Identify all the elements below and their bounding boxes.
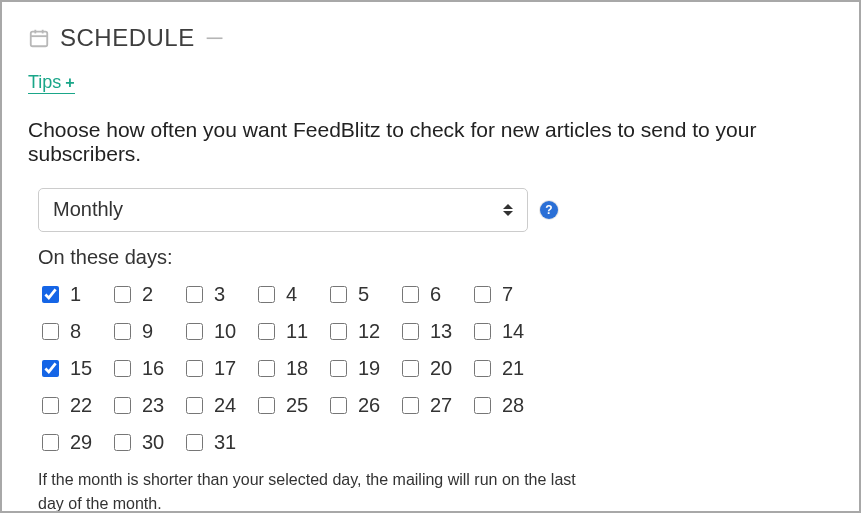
day-label: 18 bbox=[286, 357, 308, 380]
day-checkbox-31[interactable] bbox=[186, 434, 203, 451]
days-row: 15161718192021 bbox=[38, 357, 833, 380]
day-label: 11 bbox=[286, 320, 308, 343]
day-28[interactable]: 28 bbox=[470, 394, 542, 417]
day-checkbox-14[interactable] bbox=[474, 323, 491, 340]
day-checkbox-15[interactable] bbox=[42, 360, 59, 377]
frequency-row: Monthly ? bbox=[38, 188, 833, 232]
day-19[interactable]: 19 bbox=[326, 357, 398, 380]
day-label: 1 bbox=[70, 283, 81, 306]
day-label: 16 bbox=[142, 357, 164, 380]
day-label: 10 bbox=[214, 320, 236, 343]
day-checkbox-25[interactable] bbox=[258, 397, 275, 414]
day-label: 15 bbox=[70, 357, 92, 380]
day-checkbox-8[interactable] bbox=[42, 323, 59, 340]
day-label: 9 bbox=[142, 320, 153, 343]
day-label: 29 bbox=[70, 431, 92, 454]
select-caret-icon bbox=[503, 204, 513, 216]
day-24[interactable]: 24 bbox=[182, 394, 254, 417]
day-9[interactable]: 9 bbox=[110, 320, 182, 343]
days-grid: 1234567891011121314151617181920212223242… bbox=[38, 283, 833, 454]
day-11[interactable]: 11 bbox=[254, 320, 326, 343]
day-checkbox-16[interactable] bbox=[114, 360, 131, 377]
calendar-icon bbox=[28, 27, 50, 49]
footnote: If the month is shorter than your select… bbox=[38, 468, 598, 513]
day-3[interactable]: 3 bbox=[182, 283, 254, 306]
day-27[interactable]: 27 bbox=[398, 394, 470, 417]
collapse-toggle[interactable]: ─ bbox=[207, 27, 223, 49]
help-icon[interactable]: ? bbox=[540, 201, 558, 219]
day-checkbox-19[interactable] bbox=[330, 360, 347, 377]
day-7[interactable]: 7 bbox=[470, 283, 542, 306]
day-checkbox-26[interactable] bbox=[330, 397, 347, 414]
day-checkbox-11[interactable] bbox=[258, 323, 275, 340]
day-label: 14 bbox=[502, 320, 524, 343]
tips-link[interactable]: Tips + bbox=[28, 73, 75, 94]
day-23[interactable]: 23 bbox=[110, 394, 182, 417]
day-label: 21 bbox=[502, 357, 524, 380]
day-label: 13 bbox=[430, 320, 452, 343]
day-label: 22 bbox=[70, 394, 92, 417]
days-row: 22232425262728 bbox=[38, 394, 833, 417]
day-label: 30 bbox=[142, 431, 164, 454]
day-14[interactable]: 14 bbox=[470, 320, 542, 343]
day-checkbox-4[interactable] bbox=[258, 286, 275, 303]
day-29[interactable]: 29 bbox=[38, 431, 110, 454]
day-21[interactable]: 21 bbox=[470, 357, 542, 380]
day-checkbox-28[interactable] bbox=[474, 397, 491, 414]
svg-rect-0 bbox=[31, 32, 48, 47]
day-2[interactable]: 2 bbox=[110, 283, 182, 306]
day-checkbox-23[interactable] bbox=[114, 397, 131, 414]
day-checkbox-12[interactable] bbox=[330, 323, 347, 340]
day-label: 17 bbox=[214, 357, 236, 380]
day-12[interactable]: 12 bbox=[326, 320, 398, 343]
tips-label: Tips bbox=[28, 73, 61, 93]
day-label: 26 bbox=[358, 394, 380, 417]
day-checkbox-6[interactable] bbox=[402, 286, 419, 303]
frequency-select[interactable]: Monthly bbox=[38, 188, 528, 232]
day-label: 19 bbox=[358, 357, 380, 380]
day-checkbox-7[interactable] bbox=[474, 286, 491, 303]
days-row: 1234567 bbox=[38, 283, 833, 306]
day-5[interactable]: 5 bbox=[326, 283, 398, 306]
days-row: 293031 bbox=[38, 431, 833, 454]
day-checkbox-22[interactable] bbox=[42, 397, 59, 414]
day-15[interactable]: 15 bbox=[38, 357, 110, 380]
day-16[interactable]: 16 bbox=[110, 357, 182, 380]
day-label: 3 bbox=[214, 283, 225, 306]
day-25[interactable]: 25 bbox=[254, 394, 326, 417]
day-checkbox-20[interactable] bbox=[402, 360, 419, 377]
day-checkbox-3[interactable] bbox=[186, 286, 203, 303]
day-checkbox-9[interactable] bbox=[114, 323, 131, 340]
day-8[interactable]: 8 bbox=[38, 320, 110, 343]
day-checkbox-30[interactable] bbox=[114, 434, 131, 451]
schedule-description: Choose how often you want FeedBlitz to c… bbox=[28, 118, 833, 166]
day-13[interactable]: 13 bbox=[398, 320, 470, 343]
day-18[interactable]: 18 bbox=[254, 357, 326, 380]
day-1[interactable]: 1 bbox=[38, 283, 110, 306]
day-4[interactable]: 4 bbox=[254, 283, 326, 306]
day-checkbox-13[interactable] bbox=[402, 323, 419, 340]
day-checkbox-10[interactable] bbox=[186, 323, 203, 340]
day-6[interactable]: 6 bbox=[398, 283, 470, 306]
day-checkbox-5[interactable] bbox=[330, 286, 347, 303]
day-checkbox-18[interactable] bbox=[258, 360, 275, 377]
day-checkbox-24[interactable] bbox=[186, 397, 203, 414]
day-22[interactable]: 22 bbox=[38, 394, 110, 417]
day-checkbox-29[interactable] bbox=[42, 434, 59, 451]
frequency-selected-value: Monthly bbox=[53, 198, 123, 221]
day-label: 2 bbox=[142, 283, 153, 306]
day-checkbox-21[interactable] bbox=[474, 360, 491, 377]
day-checkbox-1[interactable] bbox=[42, 286, 59, 303]
day-checkbox-17[interactable] bbox=[186, 360, 203, 377]
day-26[interactable]: 26 bbox=[326, 394, 398, 417]
day-checkbox-2[interactable] bbox=[114, 286, 131, 303]
day-label: 5 bbox=[358, 283, 369, 306]
day-label: 7 bbox=[502, 283, 513, 306]
day-31[interactable]: 31 bbox=[182, 431, 254, 454]
day-30[interactable]: 30 bbox=[110, 431, 182, 454]
day-10[interactable]: 10 bbox=[182, 320, 254, 343]
day-checkbox-27[interactable] bbox=[402, 397, 419, 414]
day-20[interactable]: 20 bbox=[398, 357, 470, 380]
days-label: On these days: bbox=[38, 246, 833, 269]
day-17[interactable]: 17 bbox=[182, 357, 254, 380]
